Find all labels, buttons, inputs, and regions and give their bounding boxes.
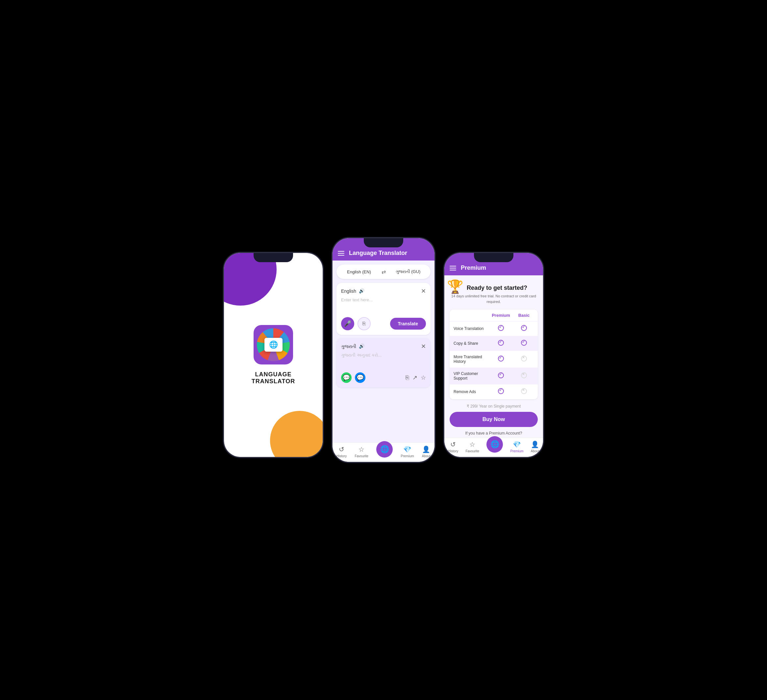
buy-now-button[interactable]: Buy Now [450,412,538,427]
feature-copy-label: Copy & Share [454,341,488,346]
phone-splash: LANGUAGE TRANSLATOR [224,253,323,457]
translate-button[interactable]: Translate [390,318,426,329]
result-close-icon[interactable]: ✕ [421,343,426,350]
premium-nav-favourite[interactable]: ☆ Favourite [465,441,479,453]
history-premium-check [488,356,514,363]
nav-premium[interactable]: 💎 Premium [401,445,414,458]
whatsapp-share-icon[interactable]: 💬 [341,372,352,383]
translator-screen: Language Translator English (EN) ⇄ ગુજરા… [333,238,434,462]
feature-ads-label: Remove Ads [454,390,488,394]
splash-orange-decoration [270,411,323,457]
about-icon: 👤 [422,445,430,453]
notch-1 [254,253,293,262]
app-icon [254,325,293,364]
ads-premium-check [488,388,514,395]
nav-history[interactable]: ↺ History [336,445,347,458]
input-placeholder-text[interactable]: Enter text here... [341,298,426,314]
premium-about-icon: 👤 [531,441,539,449]
premium-premium-icon: 💎 [513,441,521,449]
copy-basic-check [514,340,534,347]
premium-screen: Premium 🏆 Ready to get started? 14 days … [444,253,543,457]
feature-vip-label: VIP Customer Support [454,371,488,380]
feature-history-label: More Translated History [454,355,488,364]
source-language-btn[interactable]: English (EN) [341,269,377,274]
premium-nav-about[interactable]: 👤 About [531,441,539,453]
splash-screen: LANGUAGE TRANSLATOR [224,253,323,457]
premium-title: Premium [461,264,486,271]
voice-basic-check [514,325,534,332]
microphone-button[interactable]: 🎤 [341,317,354,330]
feature-row-voice: Voice Translation [450,321,538,336]
premium-favourite-icon: ☆ [469,441,475,449]
bottom-nav-translator: ↺ History ☆ Favourite 🌐 💎 Premium [333,442,434,462]
vip-premium-check [488,372,514,380]
input-actions: 🎤 ⎘ Translate [341,317,426,330]
share-result-icon[interactable]: ↗ [412,374,417,381]
notch-2 [364,238,403,247]
result-sound-icon[interactable]: 🔊 [359,344,365,349]
premium-history-icon: ↺ [450,441,456,449]
premium-nav-premium[interactable]: 💎 Premium [511,441,524,453]
premium-icon: 💎 [403,445,411,453]
trophy-icon: 🏆 [447,279,463,294]
splash-content: LANGUAGE TRANSLATOR [249,325,298,385]
premium-subtitle: 14 days unlimited free trial. No contrac… [450,293,538,304]
copy-input-button[interactable]: ⎘ [358,317,371,330]
language-selector[interactable]: English (EN) ⇄ ગુજરાતી (GU) [336,264,431,279]
input-box-header: English 🔊 ✕ [341,288,426,295]
history-basic-cross [514,356,534,363]
ads-basic-cross [514,388,534,395]
feature-voice-label: Voice Translation [454,326,488,331]
voice-premium-check [488,325,514,332]
feature-row-copy: Copy & Share [450,336,538,351]
premium-nav-translate-center[interactable]: 🌐 [487,441,503,453]
nav-about[interactable]: 👤 About [422,445,431,458]
price-text: ₹ 299/ Year on Single payment [450,404,538,409]
feature-row-vip: VIP Customer Support [450,368,538,385]
result-translation-box: ગુજરાતી 🔊 ✕ ગુજરાતી અનુવાદ કરો... 💬 💬 ⎘ … [336,338,431,388]
features-table-header: Premium Basic [450,310,538,321]
nav-translate-center[interactable]: 🌐 [376,446,393,458]
input-close-icon[interactable]: ✕ [421,288,426,295]
translate-center-button[interactable]: 🌐 [376,441,393,458]
app-icon-tablet [264,338,283,352]
favourite-icon: ☆ [358,445,364,453]
translator-title: Language Translator [349,250,407,256]
premium-menu-icon[interactable] [450,266,456,270]
premium-content: 🏆 Ready to get started? 14 days unlimite… [444,275,543,438]
phones-container: LANGUAGE TRANSLATOR Language Translator … [224,238,543,462]
signin-question: If you have a Premium Account? [450,431,538,436]
input-translation-box: English 🔊 ✕ Enter text here... 🎤 ⎘ Trans… [336,283,431,335]
splash-app-title: LANGUAGE TRANSLATOR [249,371,298,385]
favourite-result-icon[interactable]: ☆ [421,374,426,381]
col-basic-label: Basic [514,313,534,318]
result-actions: 💬 💬 ⎘ ↗ ☆ [341,372,426,383]
feature-col-empty [454,313,488,318]
input-sound-icon[interactable]: 🔊 [359,288,365,294]
menu-icon[interactable] [338,251,344,256]
col-premium-label: Premium [488,313,514,318]
feature-row-ads: Remove Ads [450,385,538,399]
swap-languages-icon[interactable]: ⇄ [380,268,387,276]
messenger-share-icon[interactable]: 💬 [355,372,365,383]
features-table: Premium Basic Voice Translation Copy & S… [450,310,538,399]
premium-nav-history[interactable]: ↺ History [448,441,458,453]
target-language-btn[interactable]: ગુજરાતી (GU) [390,269,426,274]
result-box-header: ગુજરાતી 🔊 ✕ [341,343,426,350]
app-icon-globe [257,328,290,361]
nav-favourite[interactable]: ☆ Favourite [355,445,368,458]
feature-row-history: More Translated History [450,351,538,368]
premium-translate-center-button[interactable]: 🌐 [487,436,503,453]
notch-3 [474,253,513,262]
copy-result-icon[interactable]: ⎘ [406,374,409,381]
input-lang-label: English 🔊 [341,288,365,294]
result-lang-label: ગુજરાતી 🔊 [341,344,365,349]
result-placeholder-text: ગુજરાતી અનુવાદ કરો... [341,353,426,369]
copy-premium-check [488,340,514,347]
phone-translator: Language Translator English (EN) ⇄ ગુજરા… [333,238,434,462]
phone-premium: Premium 🏆 Ready to get started? 14 days … [444,253,543,457]
history-icon: ↺ [339,445,344,453]
vip-basic-cross [514,372,534,380]
bottom-nav-premium: ↺ History ☆ Favourite 🌐 💎 Premium [444,438,543,457]
